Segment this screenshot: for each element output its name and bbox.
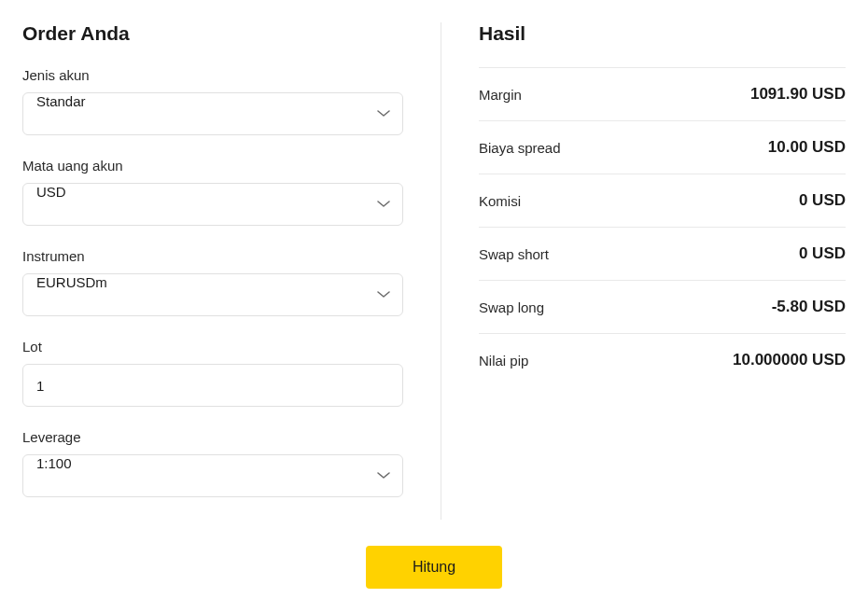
- leverage-label: Leverage: [22, 429, 403, 445]
- currency-value: USD: [22, 183, 403, 226]
- currency-field-group: Mata uang akun USD: [22, 158, 403, 226]
- result-label: Margin: [479, 87, 522, 103]
- result-value: 10.00 USD: [768, 138, 846, 157]
- account-type-label: Jenis akun: [22, 67, 403, 83]
- result-row-spread: Biaya spread 10.00 USD: [479, 121, 846, 174]
- result-row-swap-short: Swap short 0 USD: [479, 228, 846, 281]
- result-row-pip: Nilai pip 10.000000 USD: [479, 334, 846, 386]
- result-row-commission: Komisi 0 USD: [479, 174, 846, 228]
- result-value: 0 USD: [799, 244, 846, 263]
- result-value: 10.000000 USD: [733, 351, 846, 369]
- order-panel: Order Anda Jenis akun Standar Mata uang …: [22, 22, 403, 520]
- order-title: Order Anda: [22, 22, 403, 45]
- results-panel: Hasil Margin 1091.90 USD Biaya spread 10…: [441, 22, 846, 520]
- lot-label: Lot: [22, 339, 403, 355]
- result-row-swap-long: Swap long -5.80 USD: [479, 281, 846, 334]
- result-label: Komisi: [479, 193, 521, 209]
- lot-field-group: Lot: [22, 339, 403, 407]
- result-value: -5.80 USD: [772, 298, 846, 316]
- result-label: Swap long: [479, 299, 544, 315]
- button-row: Hitung: [22, 546, 846, 589]
- leverage-select[interactable]: 1:100: [22, 454, 403, 497]
- results-title: Hasil: [479, 22, 846, 45]
- currency-label: Mata uang akun: [22, 158, 403, 174]
- leverage-field-group: Leverage 1:100: [22, 429, 403, 497]
- instrument-field-group: Instrumen EURUSDm: [22, 248, 403, 316]
- account-type-select[interactable]: Standar: [22, 92, 403, 135]
- leverage-value: 1:100: [22, 454, 403, 497]
- instrument-select[interactable]: EURUSDm: [22, 273, 403, 316]
- result-label: Nilai pip: [479, 353, 528, 369]
- currency-select[interactable]: USD: [22, 183, 403, 226]
- result-label: Biaya spread: [479, 140, 561, 156]
- instrument-label: Instrumen: [22, 248, 403, 264]
- calculator-layout: Order Anda Jenis akun Standar Mata uang …: [22, 22, 846, 520]
- results-list: Margin 1091.90 USD Biaya spread 10.00 US…: [479, 67, 846, 386]
- result-value: 0 USD: [799, 191, 846, 210]
- account-type-value: Standar: [22, 92, 403, 135]
- calculate-button[interactable]: Hitung: [366, 546, 502, 589]
- account-type-field-group: Jenis akun Standar: [22, 67, 403, 135]
- result-label: Swap short: [479, 246, 549, 262]
- lot-input[interactable]: [22, 364, 403, 407]
- result-row-margin: Margin 1091.90 USD: [479, 67, 846, 121]
- result-value: 1091.90 USD: [750, 85, 846, 104]
- instrument-value: EURUSDm: [22, 273, 403, 316]
